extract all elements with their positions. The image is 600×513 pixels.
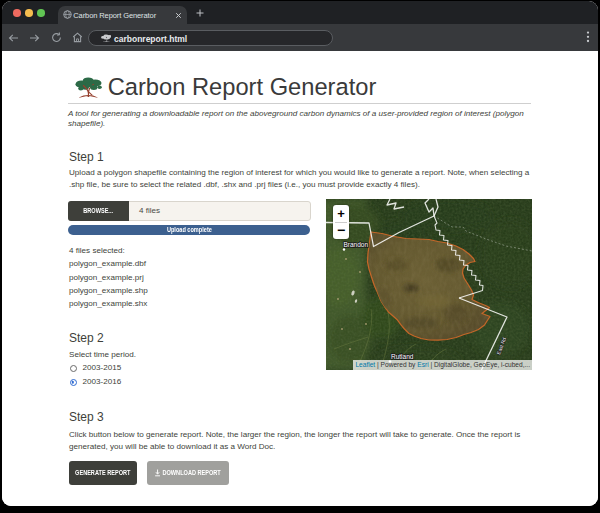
svg-text:Brandon: Brandon <box>344 241 369 248</box>
svg-text:Rutland: Rutland <box>391 353 414 360</box>
